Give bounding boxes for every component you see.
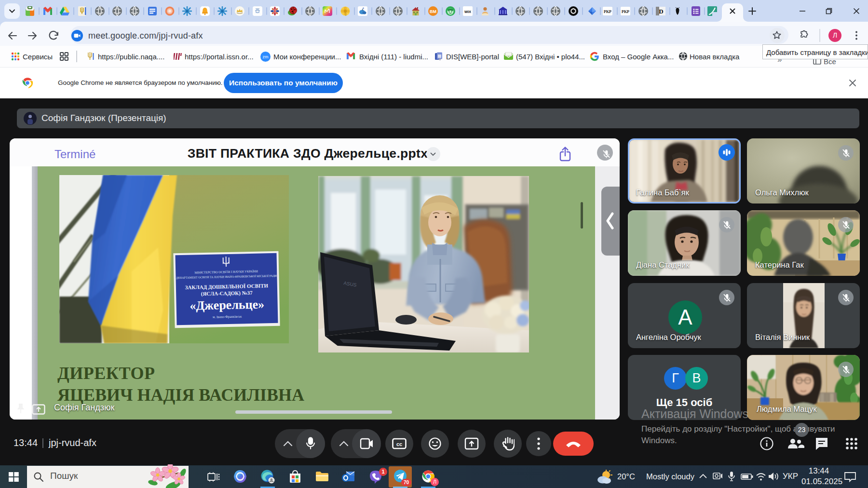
- svg-text:BM: BM: [430, 9, 436, 14]
- svg-text:zm: zm: [263, 54, 269, 59]
- svg-text:PKP: PKP: [604, 10, 611, 14]
- svg-text:D: D: [659, 8, 663, 15]
- svg-text:PKP: PKP: [622, 10, 629, 14]
- svg-text:cc: cc: [396, 441, 402, 447]
- svg-text:«Джерельце»: «Джерельце»: [190, 297, 264, 312]
- svg-text:м. Івано-Франківськ: м. Івано-Франківськ: [213, 314, 242, 319]
- svg-text:WIX: WIX: [464, 10, 471, 14]
